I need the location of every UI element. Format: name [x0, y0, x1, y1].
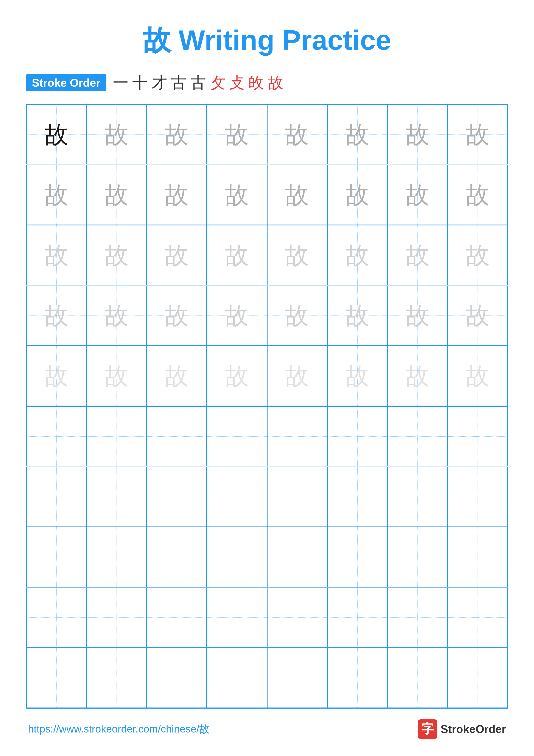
grid-cell[interactable] [267, 527, 327, 587]
grid-cell[interactable]: 故 [26, 285, 87, 346]
grid-cell[interactable]: 故 [387, 104, 447, 164]
stroke-5: 古 [191, 72, 206, 93]
grid-cell[interactable] [87, 527, 146, 587]
footer-logo: 字 StrokeOrder [418, 719, 506, 739]
title-text: Writing Practice [171, 24, 391, 56]
grid-cell[interactable]: 故 [87, 285, 146, 346]
footer-url[interactable]: https://www.strokeorder.com/chinese/故 [28, 722, 210, 736]
grid-cell[interactable] [26, 527, 87, 587]
grid-cell[interactable] [387, 587, 447, 648]
grid-cell[interactable] [387, 648, 447, 708]
grid-cell[interactable]: 故 [147, 225, 207, 285]
grid-cell[interactable] [87, 406, 146, 466]
grid-cell[interactable]: 故 [26, 104, 87, 164]
grid-cell[interactable]: 故 [327, 285, 387, 346]
stroke-6: 攵 [210, 72, 225, 93]
grid-cell[interactable]: 故 [447, 346, 508, 406]
stroke-4: 古 [171, 72, 187, 93]
grid-cell[interactable]: 故 [447, 285, 508, 346]
grid-cell[interactable] [87, 648, 146, 708]
grid-cell[interactable] [447, 467, 508, 527]
logo-text: StrokeOrder [441, 723, 506, 736]
stroke-1: 一 [113, 72, 128, 93]
grid-cell[interactable]: 故 [387, 285, 447, 346]
grid-cell[interactable]: 故 [207, 225, 267, 285]
grid-cell[interactable]: 故 [267, 346, 327, 406]
grid-cell[interactable] [147, 587, 207, 648]
grid-cell[interactable]: 故 [267, 225, 327, 285]
grid-cell[interactable]: 故 [26, 165, 87, 225]
practice-grid: 故故故故故故故故故故故故故故故故故故故故故故故故故故故故故故故故故故故故故故故故 [26, 104, 508, 709]
stroke-order-row: Stroke Order 一 十 才 古 古 攵 攴 敀 故 [26, 72, 508, 93]
title-character: 故 [143, 24, 171, 56]
grid-cell[interactable] [447, 648, 508, 708]
grid-cell[interactable] [26, 406, 87, 466]
stroke-7: 攴 [229, 72, 245, 93]
grid-cell[interactable]: 故 [87, 165, 146, 225]
grid-cell[interactable] [147, 467, 207, 527]
grid-cell[interactable]: 故 [327, 165, 387, 225]
grid-cell[interactable] [327, 648, 387, 708]
grid-cell[interactable]: 故 [87, 104, 146, 164]
grid-cell[interactable]: 故 [207, 104, 267, 164]
grid-cell[interactable] [267, 406, 327, 466]
grid-cell[interactable] [207, 406, 267, 466]
grid-cell[interactable]: 故 [207, 285, 267, 346]
grid-cell[interactable] [267, 587, 327, 648]
grid-cell[interactable]: 故 [147, 165, 207, 225]
grid-cell[interactable] [87, 467, 146, 527]
stroke-8: 敀 [249, 72, 264, 93]
grid-cell[interactable]: 故 [327, 104, 387, 164]
logo-icon: 字 [418, 719, 437, 739]
grid-cell[interactable] [327, 467, 387, 527]
grid-cell[interactable] [387, 467, 447, 527]
grid-cell[interactable]: 故 [147, 285, 207, 346]
grid-cell[interactable]: 故 [87, 346, 146, 406]
grid-cell[interactable] [87, 587, 146, 648]
grid-cell[interactable]: 故 [327, 346, 387, 406]
stroke-order-chars: 一 十 才 古 古 攵 攴 敀 故 [113, 72, 284, 93]
grid-cell[interactable]: 故 [267, 285, 327, 346]
grid-cell[interactable] [327, 587, 387, 648]
grid-cell[interactable] [267, 467, 327, 527]
grid-cell[interactable] [447, 527, 508, 587]
grid-cell[interactable] [327, 406, 387, 466]
grid-cell[interactable]: 故 [26, 346, 87, 406]
grid-cell[interactable] [267, 648, 327, 708]
grid-cell[interactable]: 故 [207, 165, 267, 225]
grid-cell[interactable] [207, 527, 267, 587]
grid-cell[interactable] [147, 406, 207, 466]
grid-cell[interactable]: 故 [447, 165, 508, 225]
grid-cell[interactable]: 故 [26, 225, 87, 285]
grid-cell[interactable] [447, 587, 508, 648]
grid-cell[interactable]: 故 [147, 104, 207, 164]
grid-cell[interactable] [327, 527, 387, 587]
grid-cell[interactable]: 故 [387, 346, 447, 406]
grid-cell[interactable]: 故 [387, 165, 447, 225]
stroke-2: 十 [132, 72, 148, 93]
grid-cell[interactable] [207, 648, 267, 708]
grid-cell[interactable] [387, 527, 447, 587]
grid-cell[interactable]: 故 [207, 346, 267, 406]
grid-cell[interactable] [387, 406, 447, 466]
grid-cell[interactable] [447, 406, 508, 466]
stroke-9: 故 [268, 72, 284, 93]
grid-cell[interactable]: 故 [447, 225, 508, 285]
grid-cell[interactable]: 故 [87, 225, 146, 285]
grid-cell[interactable] [26, 648, 87, 708]
grid-cell[interactable] [207, 587, 267, 648]
stroke-3: 才 [152, 72, 167, 93]
grid-cell[interactable] [147, 527, 207, 587]
grid-cell[interactable]: 故 [327, 225, 387, 285]
grid-cell[interactable] [207, 467, 267, 527]
stroke-order-badge: Stroke Order [26, 74, 106, 92]
logo-char: 字 [421, 721, 434, 738]
grid-cell[interactable]: 故 [447, 104, 508, 164]
grid-cell[interactable]: 故 [147, 346, 207, 406]
grid-cell[interactable]: 故 [267, 165, 327, 225]
grid-cell[interactable] [26, 587, 87, 648]
grid-cell[interactable]: 故 [387, 225, 447, 285]
grid-cell[interactable] [147, 648, 207, 708]
grid-cell[interactable]: 故 [267, 104, 327, 164]
grid-cell[interactable] [26, 467, 87, 527]
